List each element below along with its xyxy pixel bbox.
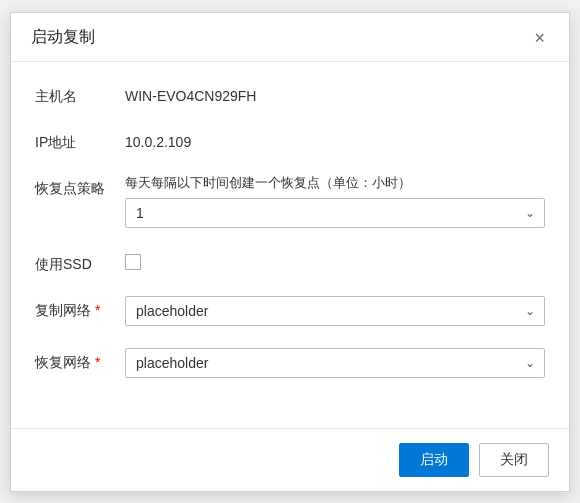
hostname-label: 主机名 <box>35 82 125 106</box>
recovery-network-label: 恢复网络 <box>35 348 125 372</box>
use-ssd-row: 使用SSD <box>35 250 545 274</box>
use-ssd-checkbox-wrapper <box>125 250 141 270</box>
close-button[interactable]: 关闭 <box>479 443 549 477</box>
replication-network-label: 复制网络 <box>35 296 125 320</box>
recovery-network-select[interactable]: placeholder <box>125 348 545 378</box>
hostname-row: 主机名 WIN-EVO4CN929FH <box>35 82 545 106</box>
dialog-header: 启动复制 × <box>11 13 569 62</box>
recovery-policy-select-wrapper: 124681224 ⌄ <box>125 198 545 228</box>
ip-label: IP地址 <box>35 128 125 152</box>
recovery-policy-hint: 每天每隔以下时间创建一个恢复点（单位：小时） <box>125 174 545 192</box>
recovery-policy-label: 恢复点策略 <box>35 174 125 198</box>
hostname-value: WIN-EVO4CN929FH <box>125 82 545 104</box>
recovery-policy-row: 恢复点策略 每天每隔以下时间创建一个恢复点（单位：小时） 124681224 ⌄ <box>35 174 545 228</box>
close-icon-button[interactable]: × <box>530 27 549 49</box>
replication-network-row: 复制网络 placeholder ⌄ <box>35 296 545 326</box>
recovery-policy-select[interactable]: 124681224 <box>125 198 545 228</box>
recovery-policy-group: 每天每隔以下时间创建一个恢复点（单位：小时） 124681224 ⌄ <box>125 174 545 228</box>
ip-value: 10.0.2.109 <box>125 128 545 150</box>
recovery-network-select-wrapper: placeholder ⌄ <box>125 348 545 378</box>
dialog-footer: 启动 关闭 <box>11 428 569 491</box>
ip-row: IP地址 10.0.2.109 <box>35 128 545 152</box>
use-ssd-checkbox[interactable] <box>125 254 141 270</box>
dialog: 启动复制 × 主机名 WIN-EVO4CN929FH IP地址 10.0.2.1… <box>10 12 570 492</box>
dialog-title: 启动复制 <box>31 27 95 48</box>
replication-network-select[interactable]: placeholder <box>125 296 545 326</box>
replication-network-select-wrapper: placeholder ⌄ <box>125 296 545 326</box>
recovery-network-row: 恢复网络 placeholder ⌄ <box>35 348 545 378</box>
use-ssd-label: 使用SSD <box>35 250 125 274</box>
dialog-body: 主机名 WIN-EVO4CN929FH IP地址 10.0.2.109 恢复点策… <box>11 62 569 428</box>
start-button[interactable]: 启动 <box>399 443 469 477</box>
